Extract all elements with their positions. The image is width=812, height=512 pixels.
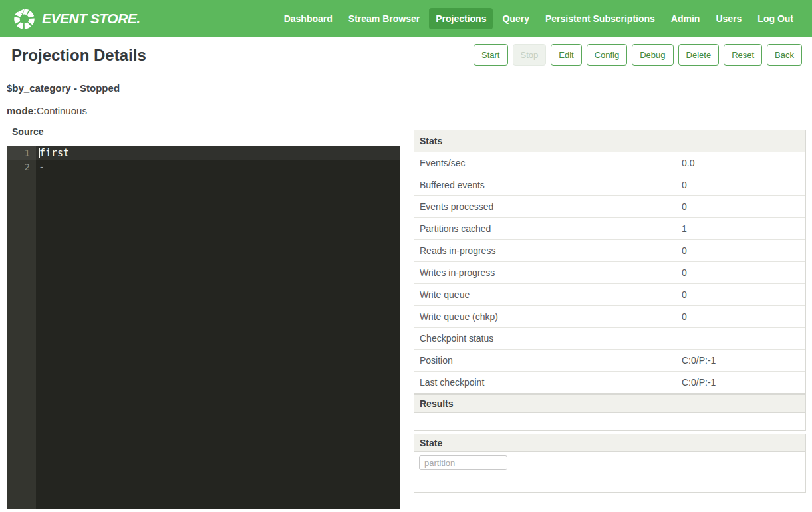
config-button[interactable]: Config <box>587 44 628 66</box>
reset-button[interactable]: Reset <box>724 44 762 66</box>
results-empty-row <box>414 413 805 430</box>
editor-line: 1 first <box>7 146 400 160</box>
state-table: State <box>414 434 806 493</box>
nav-item-dashboard[interactable]: Dashboard <box>277 8 339 29</box>
line-number: 1 <box>7 146 36 160</box>
page-header: Projection Details Start Stop Edit Confi… <box>11 44 802 66</box>
state-empty-row <box>414 473 805 492</box>
editor-line: 2 - <box>7 160 400 174</box>
source-code-editor[interactable]: 1 first 2 - <box>7 146 400 509</box>
line-number: 2 <box>7 160 36 174</box>
edit-button[interactable]: Edit <box>551 44 581 66</box>
table-row: Position C:0/P:-1 <box>414 350 805 372</box>
nav-menu: Dashboard Stream Browser Projections Que… <box>277 8 800 29</box>
table-row: Reads in-progress 0 <box>414 240 805 262</box>
nav-item-log-out[interactable]: Log Out <box>751 8 800 29</box>
partition-input-row <box>414 452 805 473</box>
code-line: - <box>36 160 45 174</box>
nav-item-admin[interactable]: Admin <box>664 8 707 29</box>
brand: EVENT STORE. <box>12 6 140 31</box>
table-row: Write queue 0 <box>414 284 805 306</box>
nav-item-query[interactable]: Query <box>495 8 535 29</box>
nav-item-persistent-subscriptions[interactable]: Persistent Subscriptions <box>539 8 662 29</box>
table-row: Checkpoint status <box>414 328 805 350</box>
table-row: Events processed 0 <box>414 196 805 218</box>
source-section-label: Source <box>12 126 43 137</box>
stats-table: Stats Events/sec 0.0 Buffered events 0 E… <box>414 130 806 394</box>
stats-table-header: Stats <box>414 130 805 152</box>
results-table: Results <box>414 394 806 431</box>
nav-item-stream-browser[interactable]: Stream Browser <box>342 8 426 29</box>
table-row: Writes in-progress 0 <box>414 262 805 284</box>
table-row: Buffered events 0 <box>414 174 805 196</box>
top-navbar: EVENT STORE. Dashboard Stream Browser Pr… <box>0 0 812 37</box>
mode-label: mode: <box>7 105 37 116</box>
stop-button[interactable]: Stop <box>513 44 547 66</box>
table-row: Write queue (chkp) 0 <box>414 306 805 328</box>
partition-input[interactable] <box>419 455 507 470</box>
page-title: Projection Details <box>11 46 146 64</box>
code-line: first <box>36 146 69 160</box>
table-row: Events/sec 0.0 <box>414 152 805 174</box>
table-row: Last checkpoint C:0/P:-1 <box>414 372 805 393</box>
nav-item-users[interactable]: Users <box>709 8 748 29</box>
nav-item-projections[interactable]: Projections <box>429 8 493 29</box>
projection-name: $by_category - Stopped <box>7 82 120 94</box>
debug-button[interactable]: Debug <box>632 44 673 66</box>
brand-text: EVENT STORE. <box>42 11 140 27</box>
event-store-logo-icon <box>12 6 37 31</box>
start-button[interactable]: Start <box>474 44 507 66</box>
table-row: Partitions cached 1 <box>414 218 805 240</box>
action-toolbar: Start Stop Edit Config Debug Delete Rese… <box>474 44 802 66</box>
projection-mode: mode:Continuous <box>7 105 87 116</box>
mode-value: Continuous <box>37 105 87 116</box>
details-panel: Stats Events/sec 0.0 Buffered events 0 E… <box>414 130 806 493</box>
state-table-header: State <box>414 434 805 452</box>
back-button[interactable]: Back <box>767 44 802 66</box>
results-table-header: Results <box>414 395 805 413</box>
delete-button[interactable]: Delete <box>678 44 720 66</box>
